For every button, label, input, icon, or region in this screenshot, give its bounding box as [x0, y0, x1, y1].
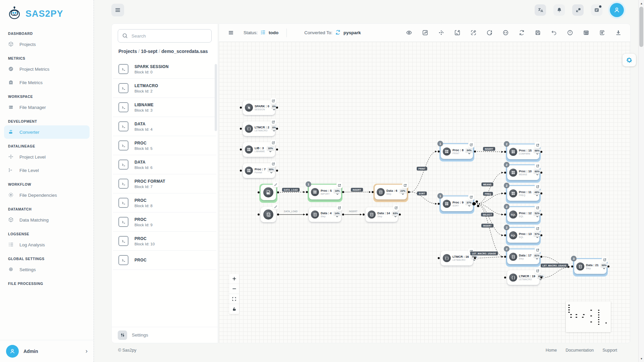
sidebar-item-file-dependencies[interactable]: File Dependencies	[4, 188, 90, 202]
output-port[interactable]	[277, 191, 279, 193]
chevron-down-icon[interactable]	[269, 150, 272, 153]
chart-square-icon[interactable]	[422, 29, 428, 36]
chevron-right-icon[interactable]: ›	[86, 348, 88, 355]
output-port[interactable]	[276, 128, 278, 130]
footer-link-home[interactable]: Home	[546, 348, 557, 353]
input-port[interactable]	[504, 151, 506, 153]
edit-pencil-icon[interactable]	[273, 182, 278, 187]
input-port[interactable]	[504, 277, 506, 279]
sidebar-item-file-metrics[interactable]: File Metrics	[4, 76, 90, 89]
flow-node-ltmcr19[interactable]: LTMCR : 19 LETMACRO 65%	[507, 270, 539, 285]
node-card[interactable]: Data : 6 Step 22%	[375, 185, 407, 199]
download-icon[interactable]	[615, 29, 622, 36]
block-list-item[interactable]: PROC Block Id: 8	[113, 193, 216, 213]
input-port[interactable]	[306, 214, 308, 216]
translate-icon[interactable]	[535, 4, 546, 16]
chevron-down-icon[interactable]	[336, 193, 339, 195]
open-node-icon[interactable]	[535, 247, 541, 253]
sync-icon[interactable]	[519, 29, 525, 36]
sidebar-item-projects[interactable]: Projects	[4, 38, 90, 51]
flow-node-lib3[interactable]: LIB : 3 LIBNAME 10%	[243, 142, 275, 157]
footer-link-support[interactable]: Support	[602, 348, 617, 353]
chevron-down-icon[interactable]	[335, 215, 339, 218]
flow-node-proc9[interactable]: 1 Proc : 9 SORT 37%	[441, 196, 473, 211]
fit-view-button[interactable]	[229, 294, 239, 304]
sidebar-item-file-manager[interactable]: File Manager	[4, 101, 90, 114]
sidebar-item-file-level[interactable]: File Level	[4, 164, 90, 177]
sidebar-item-project-level[interactable]: Project Level	[4, 150, 90, 164]
input-port[interactable]	[258, 214, 260, 216]
chevron-down-icon[interactable]	[539, 278, 542, 281]
node-card[interactable]: Data : 17 Step 81%	[507, 249, 539, 264]
open-node-icon[interactable]	[270, 140, 276, 146]
node-card[interactable]: Data : 21 Step 99%	[574, 259, 606, 274]
chevron-down-icon[interactable]	[270, 171, 273, 174]
scroll-down-icon[interactable]: ▼	[639, 356, 644, 361]
input-port[interactable]	[438, 150, 440, 153]
save-icon[interactable]	[535, 29, 541, 36]
chevron-down-icon[interactable]	[535, 257, 539, 260]
flow-node-proc13[interactable]: 2 SQL Proc : 13 SQL 57%	[507, 228, 539, 243]
input-port[interactable]	[438, 203, 440, 205]
block-list-item[interactable]: PROC Block Id: 10	[113, 232, 216, 251]
source-node-csv-source[interactable]: CSV	[261, 185, 276, 200]
input-port[interactable]	[504, 172, 506, 174]
node-card[interactable]: Proc : 9 SORT 37%	[441, 196, 473, 211]
canvas-menu-icon[interactable]	[228, 29, 234, 36]
code-square-icon[interactable]	[454, 29, 461, 36]
node-card[interactable]: LTMCR : 16 LETMACRO 70%	[441, 251, 473, 265]
flow-node-proc12[interactable]: 2 SQL Proc : 12 SQL 52%	[507, 207, 539, 222]
input-port[interactable]	[438, 257, 440, 259]
open-node-icon[interactable]	[336, 182, 342, 188]
floating-settings-button[interactable]	[623, 54, 636, 66]
node-card[interactable]: Proc : 11 FREQ 46%	[507, 186, 539, 201]
history-alert-icon[interactable]	[486, 29, 493, 36]
sidebar-item-log-analysis[interactable]: Log Analysis	[4, 238, 90, 251]
open-node-icon[interactable]	[535, 268, 541, 274]
node-card[interactable]: SQL Proc : 12 SQL 52%	[507, 207, 539, 222]
output-port[interactable]	[276, 107, 278, 109]
input-port[interactable]	[240, 107, 242, 109]
input-port[interactable]	[504, 256, 506, 258]
block-list-item[interactable]: DATA Block Id: 6	[113, 155, 216, 174]
node-card[interactable]: SQL Proc : 13 SQL 57%	[507, 228, 539, 243]
node-card[interactable]: SPARK : 0 SESSION 0%	[243, 100, 275, 115]
block-list-item[interactable]: LIBNAME Block Id: 3	[113, 98, 216, 117]
output-port[interactable]	[474, 150, 476, 153]
open-node-icon[interactable]	[270, 161, 276, 167]
flow-node-proc8[interactable]: 1 Proc : 8 PRINT 34%	[441, 144, 473, 159]
output-port[interactable]	[342, 214, 344, 216]
output-port[interactable]	[399, 214, 401, 216]
open-node-icon[interactable]	[535, 226, 541, 232]
zoom-in-button[interactable]	[229, 274, 239, 284]
input-port[interactable]	[571, 265, 573, 267]
collapse-icon[interactable]	[572, 4, 584, 16]
output-port[interactable]	[540, 256, 542, 258]
node-card[interactable]: Data : 4 Step 14%	[309, 207, 341, 222]
validate-icon[interactable]	[599, 29, 605, 36]
flow-node-spark0[interactable]: SPARK : 0 SESSION 0%	[243, 100, 275, 115]
chevron-down-icon[interactable]	[272, 108, 276, 111]
input-port[interactable]	[504, 234, 506, 236]
input-port[interactable]	[504, 192, 506, 194]
panel-scrollbar[interactable]	[215, 64, 217, 131]
chevron-down-icon[interactable]	[473, 259, 476, 261]
cluster-icon[interactable]	[438, 29, 444, 36]
open-node-icon[interactable]	[468, 194, 474, 200]
block-list-item[interactable]: PROC Block Id: 9	[113, 213, 216, 232]
input-port[interactable]	[258, 191, 260, 193]
open-node-icon[interactable]	[336, 205, 342, 211]
input-port[interactable]	[363, 214, 365, 216]
flow-node-proc10[interactable]: 2 Proc : 10 MEANS 60%	[507, 165, 539, 180]
open-node-icon[interactable]	[535, 142, 541, 148]
breadcrumb[interactable]: Projects/10-sept/demo_scoredata.sas	[112, 45, 218, 57]
flow-node-data14[interactable]: Data : 14 Step 63%	[366, 207, 398, 222]
output-port[interactable]	[540, 192, 542, 194]
table-columns-icon[interactable]	[583, 29, 589, 36]
input-port[interactable]	[372, 191, 374, 193]
chevron-down-icon[interactable]	[536, 153, 539, 155]
flow-node-proc15[interactable]: 2 Proc : 15 COMPARE 66%	[507, 144, 539, 159]
open-node-icon[interactable]	[393, 205, 399, 211]
node-card[interactable]: Proc : 10 MEANS 60%	[507, 165, 539, 180]
status-field[interactable]: Status: todo	[244, 29, 278, 36]
